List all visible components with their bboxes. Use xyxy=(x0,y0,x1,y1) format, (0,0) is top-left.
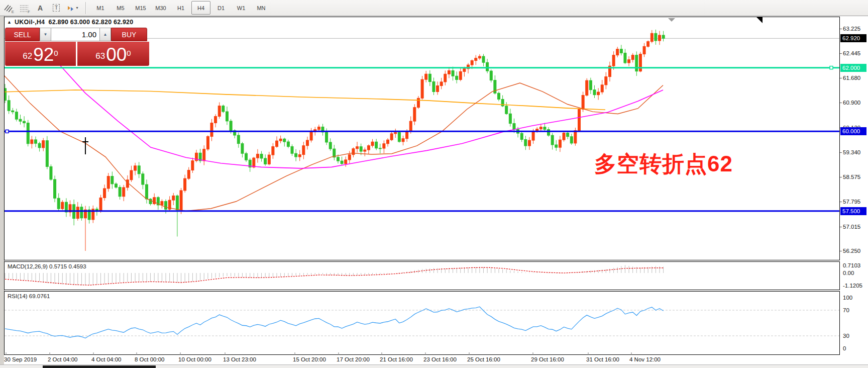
volume-input[interactable] xyxy=(51,28,99,41)
rsi-axis-label: 30 xyxy=(843,333,849,339)
macd-label: MACD(12,26,9) 0.5715 0.4593 xyxy=(8,263,86,269)
price-tick-mark xyxy=(840,177,842,177)
toolbar-separator xyxy=(85,2,86,14)
timeframe-button-m5[interactable]: M5 xyxy=(111,1,130,15)
sell-price-sup: 0 xyxy=(54,49,58,57)
time-axis-label: 25 Oct 16:00 xyxy=(467,356,500,362)
collapse-triangle-icon[interactable]: ▲ xyxy=(7,20,12,25)
time-axis-label: 10 Oct 00:00 xyxy=(178,356,211,362)
buy-button[interactable]: BUY xyxy=(111,28,147,41)
volume-decrease-button[interactable]: ▼ xyxy=(40,28,51,41)
timeframe-button-m30[interactable]: M30 xyxy=(151,1,170,15)
buy-price-big: 00 xyxy=(106,45,127,64)
price-tick-mark xyxy=(840,202,842,202)
rsi-axis-label: 0 xyxy=(843,345,846,351)
symbol-name: UKOil-,H4 xyxy=(15,19,45,26)
price-tick-label: 59.340 xyxy=(843,149,860,155)
price-line-badge: 62.920 xyxy=(840,34,866,42)
price-tick-mark xyxy=(840,53,842,54)
sell-price-int: 62 xyxy=(23,49,32,64)
timeframe-button-w1[interactable]: W1 xyxy=(232,1,251,15)
drawing-tools-group: EFAT▾ xyxy=(0,2,80,15)
rsi-label: RSI(14) 69.0761 xyxy=(8,293,50,299)
price-line-badge: 62.000 xyxy=(840,64,866,72)
toolbar: EFAT▾ M1M5M15M30H1H4D1W1MN xyxy=(0,0,868,16)
timeframe-button-m1[interactable]: M1 xyxy=(91,1,110,15)
channels-tool-icon[interactable]: E xyxy=(1,2,16,15)
ohlc-open: 62.890 xyxy=(49,19,68,26)
macd-axis-label: -1.1205 xyxy=(843,283,862,289)
macd-panel-canvas[interactable]: MACD(12,26,9) 0.5715 0.4593 xyxy=(4,261,840,290)
ohlc-high: 63.000 xyxy=(70,19,90,26)
price-tick-mark xyxy=(840,227,842,227)
tool-sub-letter: F xyxy=(28,10,30,14)
one-click-trading-panel: SELL ▼ ▲ BUY 62 92 0 63 00 0 xyxy=(5,28,149,66)
price-tick-label: 58.575 xyxy=(843,174,860,180)
buy-price-sup: 0 xyxy=(127,49,131,57)
ohlc-close: 62.920 xyxy=(114,19,133,26)
price-tick-mark xyxy=(840,78,842,78)
price-tick-mark xyxy=(840,103,842,103)
rsi-axis-label: 70 xyxy=(843,307,849,313)
mt4-app-window: EFAT▾ M1M5M15M30H1H4D1W1MN MACD(12,26,9)… xyxy=(0,0,868,368)
price-axis[interactable]: 63.22562.44561.68060.90060.12059.34058.5… xyxy=(840,17,868,364)
time-axis-label: 2 Oct 04:00 xyxy=(48,356,77,362)
price-line-badge: 57.500 xyxy=(840,207,866,215)
bottom-scroll-strip xyxy=(0,364,868,368)
rsi-axis-label: 100 xyxy=(843,295,852,301)
time-axis-label: 30 Sep 2019 xyxy=(4,356,37,362)
buy-price-int: 63 xyxy=(95,49,105,64)
time-axis-label: 8 Oct 00:00 xyxy=(135,356,164,362)
scrollbar-thumb[interactable] xyxy=(43,365,156,368)
chart-text-annotation: 多空转折点62 xyxy=(594,149,733,179)
time-axis-label: 23 Oct 16:00 xyxy=(423,356,457,362)
price-tick-mark xyxy=(840,251,842,251)
ohlc-low: 62.820 xyxy=(92,19,112,26)
price-tick-label: 56.250 xyxy=(843,248,860,254)
time-axis-label: 15 Oct 20:00 xyxy=(293,356,326,362)
timeframe-button-m15[interactable]: M15 xyxy=(131,1,150,15)
price-tick-label: 61.680 xyxy=(843,75,860,81)
sell-price-display[interactable]: 62 92 0 xyxy=(5,42,76,66)
rsi-panel-canvas[interactable]: RSI(14) 69.0761 xyxy=(4,291,840,355)
timeframe-button-h1[interactable]: H1 xyxy=(171,1,190,15)
price-line-badge: 60.000 xyxy=(840,127,866,135)
sell-price-big: 92 xyxy=(33,45,54,64)
time-axis-label: 31 Oct 16:00 xyxy=(586,356,619,362)
time-axis-label: 13 Oct 23:00 xyxy=(223,356,256,362)
buy-price-display[interactable]: 63 00 0 xyxy=(77,42,149,66)
price-tick-label: 60.900 xyxy=(843,100,860,106)
macd-axis-label: 0.7103 xyxy=(843,262,860,268)
text-box-tool-icon[interactable]: T xyxy=(49,2,64,15)
price-tick-mark xyxy=(840,29,842,29)
timeframe-button-d1[interactable]: D1 xyxy=(211,1,231,15)
time-axis[interactable]: 30 Sep 20192 Oct 04:004 Oct 04:008 Oct 0… xyxy=(4,355,840,364)
price-tick-label: 57.795 xyxy=(843,199,860,205)
text-label-tool-icon[interactable]: A xyxy=(33,2,48,15)
chart-symbol-header: ▲UKOil-,H4 62.890 63.000 62.820 62.920 xyxy=(7,19,133,26)
fibonacci-tool-icon[interactable]: F xyxy=(17,2,32,15)
time-axis-label: 21 Oct 16:00 xyxy=(380,356,413,362)
volume-increase-button[interactable]: ▲ xyxy=(99,28,111,41)
tool-sub-letter: E xyxy=(12,10,14,14)
time-axis-label: 29 Oct 16:00 xyxy=(531,356,564,362)
timeframe-button-h4[interactable]: H4 xyxy=(191,1,210,15)
price-tick-mark xyxy=(840,152,842,153)
price-tick-label: 57.015 xyxy=(843,224,860,230)
time-axis-label: 17 Oct 20:00 xyxy=(337,356,370,362)
arrows-tool-icon[interactable]: ▾ xyxy=(65,2,80,15)
timeframe-button-mn[interactable]: MN xyxy=(252,1,271,15)
price-tick-label: 63.225 xyxy=(843,26,860,32)
time-axis-label: 4 Oct 04:00 xyxy=(91,356,121,362)
timeframe-bar: M1M5M15M30H1H4D1W1MN xyxy=(90,1,271,15)
sell-button[interactable]: SELL xyxy=(5,28,40,41)
macd-axis-label: 0.00 xyxy=(843,270,854,276)
time-axis-label: 4 Nov 12:00 xyxy=(629,356,661,362)
price-tick-label: 62.445 xyxy=(843,50,860,56)
